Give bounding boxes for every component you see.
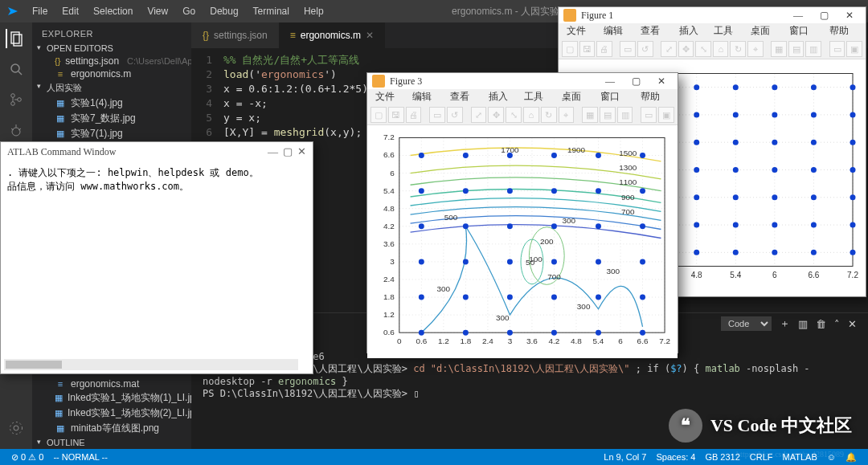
file-item[interactable]: ▦实验7(1).jpg [32,126,191,141]
toolbar-button[interactable]: ▥ [617,107,633,123]
toolbar-button[interactable]: ↺ [447,107,463,123]
toolbar-button[interactable]: ⌖ [747,41,764,57]
open-editor-item[interactable]: {}settings.jsonC:\Users\Dell\AppData\Roa… [32,55,191,67]
terminal-selector[interactable]: Code [721,316,772,331]
toolbar-button[interactable]: ⤢ [661,41,677,57]
toolbar-button[interactable]: 🖫 [579,41,596,57]
file-item[interactable]: ≡ergonomics.mat [32,377,191,390]
panel-new-icon[interactable]: ＋ [780,316,790,331]
editor-tab[interactable]: ≡ergonomics.m✕ [279,22,385,48]
toolbar-button[interactable]: ↻ [730,41,746,57]
menu-help[interactable]: Help [297,2,330,20]
debug-activity-icon[interactable] [6,120,26,140]
file-item[interactable]: ▦实验1(4).jpg [32,96,191,111]
fig-menu-item[interactable]: 帮助(H) [637,89,673,105]
toolbar-button[interactable]: ▢ [562,41,578,57]
search-activity-icon[interactable] [6,59,26,79]
fig-menu-item[interactable]: 编辑(E) [600,23,634,39]
git-activity-icon[interactable] [6,90,26,109]
toolbar-button[interactable]: ⌂ [713,41,729,57]
toolbar-button[interactable]: ▦ [582,107,598,123]
toolbar-button[interactable]: ↻ [541,107,557,123]
fig-menu-item[interactable]: 桌面(D) [559,89,594,105]
panel-split-icon[interactable]: ▥ [798,318,808,330]
toolbar-button[interactable]: ▤ [788,41,805,57]
figure3-axes[interactable]: 00.61.21.82.433.64.24.85.466.67.20.61.21… [367,125,678,358]
status-item[interactable]: ⊘ 0 ⚠ 0 [6,452,48,463]
menu-view[interactable]: View [141,2,174,20]
menu-go[interactable]: Go [176,2,202,20]
outline-section[interactable]: OUTLINE [32,436,191,449]
status-item[interactable]: Spaces: 4 [651,452,700,463]
toolbar-button[interactable]: ▣ [658,107,674,123]
panel-close-icon[interactable]: ✕ [848,318,857,330]
toolbar-button[interactable]: ▢ [371,107,387,123]
open-editors-section[interactable]: OPEN EDITORS [32,42,191,55]
toolbar-button[interactable]: ⌂ [523,107,539,123]
toolbar-button[interactable]: ▭ [641,107,657,123]
fig3-close-button[interactable]: ✕ [650,73,673,89]
toolbar-button[interactable]: ▣ [846,41,862,57]
fig-menu-item[interactable]: 帮助(H) [826,23,861,39]
cmdwin-body[interactable]: . 请键入以下项之一: helpwin、helpdesk 或 demo。 品信息… [1,161,313,373]
menu-terminal[interactable]: Terminal [247,2,296,20]
file-item[interactable]: ▦实验7_数据.jpg [32,111,191,126]
fig1-max-button[interactable]: ▢ [813,7,835,23]
toolbar-button[interactable]: ⤡ [695,41,711,57]
cmdwin-min-icon[interactable]: — [268,145,278,158]
explorer-activity-icon[interactable] [6,29,25,48]
toolbar-button[interactable]: ↺ [637,41,653,57]
settings-activity-icon[interactable] [6,418,26,438]
menu-edit[interactable]: Edit [55,2,85,20]
fig-menu-item[interactable]: 插入(I) [676,23,707,39]
toolbar-button[interactable]: ▥ [805,41,821,57]
toolbar-button[interactable]: ▭ [429,107,445,123]
menu-debug[interactable]: Debug [203,2,244,20]
panel-trash-icon[interactable]: 🗑 [816,318,826,330]
folder-section[interactable]: 人因实验 [32,80,191,96]
toolbar-button[interactable]: ⤡ [506,107,522,123]
fig-menu-item[interactable]: 查看(V) [637,23,672,39]
status-item[interactable]: -- NORMAL -- [48,452,112,463]
toolbar-button[interactable]: ✥ [678,41,694,57]
cmdwin-close-icon[interactable]: ✕ [297,145,306,158]
toolbar-button[interactable]: ⌖ [559,107,575,123]
tab-close-icon[interactable]: ✕ [366,30,374,41]
toolbar-button[interactable]: ▤ [600,107,616,123]
fig-menu-item[interactable]: 文件(F) [563,23,597,39]
svg-point-72 [733,167,739,173]
toolbar-button[interactable]: ▦ [771,41,787,57]
cmdwin-scrollbar[interactable] [4,359,298,370]
fig3-min-button[interactable]: — [599,73,621,89]
fig-menu-item[interactable]: 桌面(D) [747,23,782,39]
toolbar-button[interactable]: ▭ [829,41,845,57]
status-item[interactable]: Ln 9, Col 7 [599,452,651,463]
file-item[interactable]: ▦Inked实验1_场地实物(2)_LI.jpg [32,406,191,421]
fig3-max-button[interactable]: ▢ [624,73,647,89]
cmdwin-max-icon[interactable]: ▢ [283,145,293,158]
fig1-min-button[interactable]: — [787,7,809,23]
fig-menu-item[interactable]: 插入(I) [485,89,518,105]
file-item[interactable]: ▦minitab等值线图.png [32,421,191,436]
fig-menu-item[interactable]: 文件(F) [372,89,406,105]
file-item[interactable]: ▦Inked实验1_场地实物(1)_LI.jpg [32,390,191,406]
fig-menu-item[interactable]: 窗口(W) [786,23,823,39]
fig-menu-item[interactable]: 编辑(E) [409,89,444,105]
fig-menu-item[interactable]: 窗口(W) [597,89,634,105]
menu-selection[interactable]: Selection [87,2,139,20]
menu-file[interactable]: File [26,2,54,20]
fig1-close-button[interactable]: ✕ [838,7,861,23]
fig-menu-item[interactable]: 工具(T) [710,23,744,39]
fig-menu-item[interactable]: 工具(T) [521,89,555,105]
editor-tab[interactable]: {}settings.json [191,22,279,48]
toolbar-button[interactable]: 🖨 [596,41,612,57]
toolbar-button[interactable]: ▭ [620,41,636,57]
toolbar-button[interactable]: 🖫 [388,107,404,123]
svg-point-178 [463,153,469,158]
fig-menu-item[interactable]: 查看(V) [447,89,482,105]
toolbar-button[interactable]: ⤢ [471,107,487,123]
toolbar-button[interactable]: 🖨 [406,107,422,123]
open-editor-item[interactable]: ≡ergonomics.m [32,67,191,80]
toolbar-button[interactable]: ✥ [488,107,504,123]
panel-up-icon[interactable]: ˄ [834,318,840,330]
